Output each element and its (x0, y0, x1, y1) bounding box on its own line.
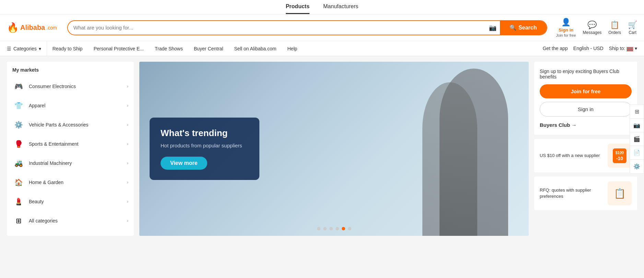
tab-manufacturers[interactable]: Manufacturers (323, 3, 358, 14)
buyers-club-card: Sign up to enjoy exciting Buyers Club be… (534, 62, 637, 135)
orders-icon: 📋 (610, 21, 619, 29)
beauty-icon: 💄 (12, 195, 25, 208)
benefit-icon-label: $100 (616, 150, 624, 155)
sidebar-label-home-garden: Home & Garden (29, 180, 63, 185)
orders-action[interactable]: 📋 Orders (608, 21, 621, 35)
cart-icon: 🛒 (628, 21, 637, 29)
logo-flame-icon: 🔥 (7, 22, 19, 33)
categories-menu[interactable]: ☰ Categories ▾ (7, 41, 47, 56)
messages-icon: 💬 (587, 21, 597, 29)
main-content: My markets 🎮 Consumer Electronics › 👕 Ap… (0, 56, 644, 241)
header: 🔥 Alibaba .com 📷 🔍 Search 👤 Sign in Join… (0, 14, 644, 41)
float-video-icon[interactable]: 🎬 (630, 132, 644, 146)
buyers-club-label[interactable]: Buyers Club → (540, 122, 632, 128)
sidebar-item-home-garden[interactable]: 🏠 Home & Garden › (7, 173, 134, 192)
nav-bar: ☰ Categories ▾ Ready to Ship Personal Pr… (0, 41, 644, 56)
chevron-right-icon: › (127, 142, 128, 146)
messages-label: Messages (583, 30, 602, 35)
chevron-right-icon: › (127, 161, 128, 166)
banner-title: What's trending (161, 128, 248, 138)
banner-dot-6[interactable] (348, 227, 351, 230)
nav-ready-to-ship[interactable]: Ready to Ship (47, 46, 88, 51)
get-app-link[interactable]: Get the app (543, 46, 568, 51)
benefit-card-discount: US $10 off with a new supplier $100 -10 (534, 139, 637, 172)
header-actions: 👤 Sign in Join for free 💬 Messages 📋 Ord… (556, 18, 637, 37)
sign-in-label: Sign in (559, 27, 573, 33)
home-garden-icon: 🏠 (12, 176, 25, 189)
sports-entertainment-icon: 🥊 (12, 138, 25, 150)
sidebar-item-left: ⊞ All categories (12, 215, 58, 227)
sidebar-item-left: 🥊 Sports & Entertainment (12, 138, 79, 150)
ship-to-label: Ship to: (609, 46, 627, 51)
nav-help[interactable]: Help (282, 46, 303, 51)
chevron-right-icon: › (127, 218, 128, 223)
search-button[interactable]: 🔍 Search (500, 21, 546, 35)
join-free-label: Join for free (556, 33, 576, 37)
sidebar-item-left: 🚜 Industrial Machinery (12, 157, 72, 169)
float-settings-icon[interactable]: ⚙️ (630, 160, 644, 173)
chevron-right-icon: › (127, 122, 128, 127)
account-action[interactable]: 👤 Sign in Join for free (556, 18, 576, 37)
search-input[interactable] (68, 25, 485, 31)
categories-chevron-icon: ▾ (39, 46, 41, 51)
benefit-discount-text: US $10 off with a new supplier (540, 153, 604, 159)
cart-action[interactable]: 🛒 Cart (628, 21, 637, 35)
search-bar: 📷 🔍 Search (67, 20, 547, 35)
float-grid-icon[interactable]: ⊞ (630, 105, 644, 119)
join-for-free-button[interactable]: Join for free (540, 84, 632, 98)
banner-dot-3[interactable] (329, 227, 333, 230)
cart-label: Cart (629, 30, 636, 35)
rfq-icon: 📋 (614, 188, 626, 199)
account-icon: 👤 (561, 18, 571, 27)
nav-sell-on-alibaba[interactable]: Sell on Alibaba.com (229, 46, 282, 51)
sidebar-label-all-categories: All categories (29, 218, 58, 223)
sidebar-item-beauty[interactable]: 💄 Beauty › (7, 192, 134, 211)
float-doc-icon[interactable]: 📄 (630, 146, 644, 160)
camera-icon[interactable]: 📷 (485, 24, 500, 32)
sidebar: My markets 🎮 Consumer Electronics › 👕 Ap… (7, 62, 134, 236)
nav-right: Get the app English - USD Ship to: ▾ (543, 46, 637, 51)
banner-dot-5[interactable] (342, 227, 345, 230)
language-selector[interactable]: English - USD (573, 46, 604, 51)
sidebar-item-apparel[interactable]: 👕 Apparel › (7, 96, 134, 115)
chevron-right-icon: › (127, 180, 128, 185)
tab-products[interactable]: Products (286, 3, 309, 14)
sidebar-item-vehicle-parts[interactable]: ⚙️ Vehicle Parts & Accessories › (7, 115, 134, 134)
sidebar-item-left: 🎮 Consumer Electronics (12, 80, 76, 93)
float-camera-icon[interactable]: 📷 (630, 119, 644, 132)
nav-buyer-central[interactable]: Buyer Central (188, 46, 229, 51)
nav-personal-protective[interactable]: Personal Protective E... (88, 46, 149, 51)
sidebar-item-sports-entertainment[interactable]: 🥊 Sports & Entertainment › (7, 134, 134, 154)
vehicle-parts-icon: ⚙️ (12, 119, 25, 131)
logo-text: Alibaba (20, 24, 45, 32)
logo[interactable]: 🔥 Alibaba .com (7, 22, 62, 33)
chevron-right-icon: › (127, 103, 128, 108)
buyers-club-signup-text: Sign up to enjoy exciting Buyers Club be… (540, 69, 632, 80)
banner-dot-4[interactable] (336, 227, 339, 230)
apparel-icon: 👕 (12, 99, 25, 112)
sidebar-item-left: 💄 Beauty (12, 195, 44, 208)
consumer-electronics-icon: 🎮 (12, 80, 25, 93)
benefit-discount-icon: $100 -10 (608, 144, 632, 168)
sidebar-item-industrial-machinery[interactable]: 🚜 Industrial Machinery › (7, 154, 134, 173)
ship-to-selector[interactable]: Ship to: ▾ (609, 46, 637, 51)
messages-action[interactable]: 💬 Messages (583, 21, 602, 35)
sidebar-item-all-categories[interactable]: ⊞ All categories › (7, 211, 134, 230)
banner-dot-2[interactable] (323, 227, 327, 230)
sidebar-label-consumer-electronics: Consumer Electronics (29, 84, 76, 89)
sidebar-item-consumer-electronics[interactable]: 🎮 Consumer Electronics › (7, 77, 134, 96)
banner-view-more-button[interactable]: View more (161, 157, 207, 170)
banner-dots (317, 227, 351, 230)
categories-label: Categories (13, 46, 37, 51)
logo-suffix: .com (46, 25, 57, 31)
industrial-machinery-icon: 🚜 (12, 157, 25, 169)
sidebar-label-sports-entertainment: Sports & Entertainment (29, 141, 79, 147)
sign-in-button[interactable]: Sign in (540, 102, 632, 117)
all-categories-icon: ⊞ (12, 215, 25, 227)
sidebar-title: My markets (7, 67, 134, 77)
banner-dot-1[interactable] (317, 227, 320, 230)
sidebar-label-vehicle-parts: Vehicle Parts & Accessories (29, 122, 89, 128)
orders-label: Orders (608, 30, 621, 35)
right-panel: Sign up to enjoy exciting Buyers Club be… (534, 62, 637, 236)
nav-trade-shows[interactable]: Trade Shows (149, 46, 188, 51)
